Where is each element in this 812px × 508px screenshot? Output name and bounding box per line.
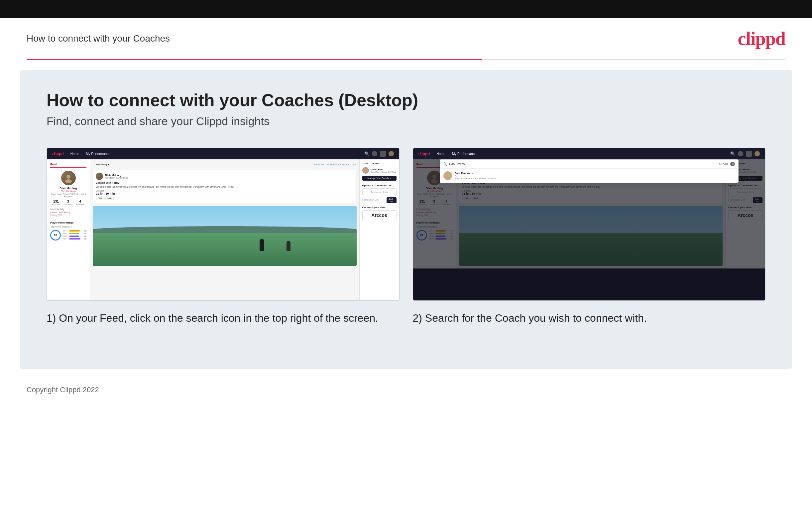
stat-following: 4 Following <box>76 200 85 205</box>
avatar-img <box>61 171 76 185</box>
profile-club: Royal North Devon Golf Club, United King… <box>50 193 86 198</box>
screenshot-1: clippd Home My Performance 🔍 <box>47 148 399 301</box>
settings-icon <box>380 151 386 157</box>
post-header: Blair McHarg Yesterday · Sunningdale <box>96 173 354 180</box>
post-time: 01 hr : 30 min <box>96 192 354 195</box>
toggle-app[interactable]: APP <box>105 197 114 200</box>
bar-arg: ARG 86 <box>63 235 86 237</box>
profile-name: Blair McHarg <box>50 186 86 190</box>
header-divider <box>27 59 785 60</box>
search-dropdown: 🔍 Dan Davies CLEAR ✕ Dan Davies <box>440 159 739 183</box>
coach-item-1: David Ford Royal North Devon Golf Club <box>362 167 396 174</box>
search-icon-overlay: 🔍 <box>443 162 447 166</box>
clear-button[interactable]: CLEAR <box>719 163 728 166</box>
following-bar: Following ▾ Control who can see your act… <box>93 162 356 167</box>
mock-ui-2: clippd Home My Performance 🔍 <box>413 148 765 300</box>
connect-title: Connect your data <box>362 206 396 209</box>
avatar-icon-2 <box>755 151 760 156</box>
toggle-off[interactable]: OFF <box>96 197 104 200</box>
add-link-btn[interactable]: Add Link <box>387 197 396 203</box>
step-2-text: 2) Search for the Coach you wish to conn… <box>413 311 766 326</box>
screenshots-row: clippd Home My Performance 🔍 <box>47 148 765 326</box>
svg-point-2 <box>432 175 436 179</box>
trackman-box: Trackman Link <box>362 188 396 196</box>
post-duration-label: Duration <box>96 189 354 192</box>
settings-icon-2 <box>746 151 752 157</box>
coach-avatar <box>362 167 369 174</box>
screenshot-panel-2: clippd Home My Performance 🔍 <box>413 148 766 326</box>
coaches-panel-1: Your Coaches David Ford Royal North Devo… <box>359 159 399 300</box>
mock-nav-1: clippd Home My Performance 🔍 <box>47 148 399 159</box>
copyright-text: Copyright Clippd 2022 <box>27 386 99 394</box>
post-title: Lesson with Fordy <box>96 181 354 184</box>
main-subtitle: Find, connect and share your Clippd insi… <box>47 115 765 128</box>
upload-title: Upload a Trackman Test <box>362 184 396 187</box>
mock-logo-1: clippd <box>52 151 64 156</box>
svg-point-1 <box>65 179 72 183</box>
post-card: Blair McHarg Yesterday · Sunningdale Les… <box>93 170 356 203</box>
post-author-avatar <box>96 173 103 180</box>
control-link: Control who can see your activity and da… <box>313 163 356 166</box>
following-btn[interactable]: Following ▾ <box>93 162 112 167</box>
main-content: How to connect with your Coaches (Deskto… <box>20 70 792 369</box>
user-icon-2 <box>738 151 743 156</box>
search-bar-row: 🔍 Dan Davies CLEAR ✕ <box>440 160 738 169</box>
score-value: 92 <box>50 230 61 241</box>
coach-info: David Ford Royal North Devon Golf Club <box>371 168 396 173</box>
step-1-text: 1) On your Feed, click on the search ico… <box>47 311 399 326</box>
svg-point-3 <box>431 179 438 183</box>
latest-date: 03 Aug 2022 <box>50 214 86 216</box>
mock-nav-icons: 🔍 <box>364 151 394 157</box>
trackman-input[interactable]: Trackman Link <box>362 198 386 202</box>
score-ring: 92 OTT 90 APP <box>50 230 86 241</box>
user-icon <box>372 151 377 156</box>
result-info: Dan Davies ✓ Pro Sunningdale Golf Club, … <box>455 172 496 180</box>
search-icon-2[interactable]: 🔍 <box>730 152 735 156</box>
svg-point-0 <box>66 175 70 179</box>
verified-badge: ✓ <box>471 172 474 175</box>
latest-activity: Lesson with Fordy <box>50 211 86 214</box>
result-club: Sunningdale Golf Club, United Kingdom <box>455 177 496 180</box>
bar-putt: PUTT 96 <box>63 238 86 240</box>
search-query-text[interactable]: Dan Davies <box>449 162 717 166</box>
mock-nav-icons-2: 🔍 <box>730 151 760 157</box>
search-icon[interactable]: 🔍 <box>364 152 369 156</box>
golf-image <box>93 206 356 266</box>
performance-section: Player Performance Total Player Quality … <box>50 219 86 241</box>
page-title: How to connect with your Coaches <box>27 33 170 44</box>
your-coaches-title: Your Coaches <box>362 162 396 165</box>
mock-main-feed: Following ▾ Control who can see your act… <box>90 159 359 300</box>
bar-app: APP 85 <box>63 232 86 235</box>
post-author-info: Blair McHarg Yesterday · Sunningdale <box>105 174 128 179</box>
stat-followers: 3 Followers <box>64 200 73 205</box>
post-body: Looking to feel like my hands are exitin… <box>96 185 354 188</box>
search-result-row[interactable]: Dan Davies ✓ Pro Sunningdale Golf Club, … <box>440 169 738 183</box>
mock-nav-performance: My Performance <box>86 152 110 156</box>
feed-tab: Feed <box>50 163 86 168</box>
stat-activities: 131 Activities <box>52 200 60 205</box>
screenshot-2: clippd Home My Performance 🔍 <box>413 148 766 301</box>
mock-nav-perf-2: My Performance <box>452 152 476 156</box>
profile-avatar <box>61 171 76 185</box>
header: How to connect with your Coaches clippd <box>0 18 812 59</box>
arccos-logo: Arccos <box>362 210 396 220</box>
mock-logo-2: clippd <box>419 151 430 156</box>
screenshot-panel-1: clippd Home My Performance 🔍 <box>47 148 399 326</box>
search-overlay-container: Feed Blair McHarg Plus Handicap Royal <box>413 159 765 300</box>
profile-stats: 131 Activities 3 Followers 4 Following <box>50 200 86 205</box>
latest-label: Latest Activity <box>50 208 86 210</box>
avatar-icon <box>389 151 394 156</box>
close-search-button[interactable]: ✕ <box>730 162 735 166</box>
score-bars: OTT 90 APP 85 <box>63 230 86 241</box>
mock-body-1: Feed Blair McHarg Plus Han <box>47 159 399 300</box>
main-title: How to connect with your Coaches (Deskto… <box>47 90 765 110</box>
footer: Copyright Clippd 2022 <box>0 379 812 401</box>
bar-ott: OTT 90 <box>63 230 86 232</box>
mock-nav-home-2: Home <box>436 152 445 156</box>
result-name: Dan Davies ✓ <box>455 172 496 175</box>
result-role: Pro <box>455 175 496 177</box>
toggle-btns: OFF APP <box>96 197 354 200</box>
manage-coaches-btn[interactable]: Manage Your Coaches <box>362 176 396 181</box>
clippd-logo: clippd <box>738 28 785 49</box>
mock-sidebar-1: Feed Blair McHarg Plus Han <box>47 159 90 300</box>
